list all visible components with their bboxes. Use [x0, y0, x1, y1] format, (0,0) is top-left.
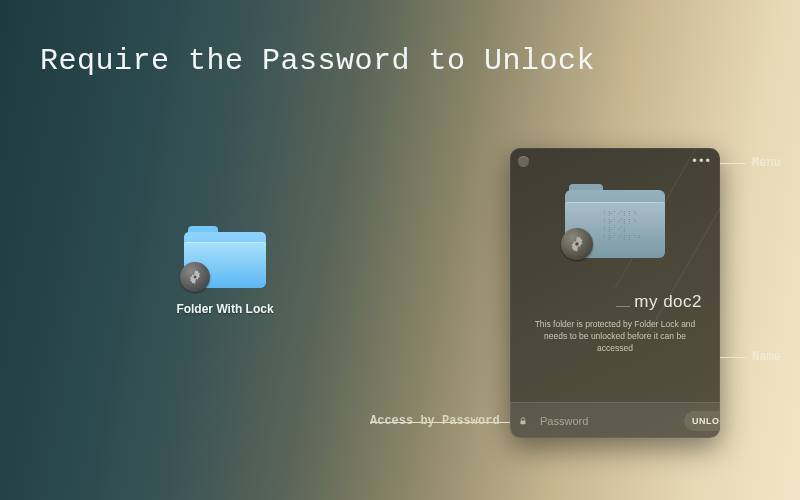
- unlock-button-label: UNLOCK: [692, 416, 720, 426]
- dialog-description: This folder is protected by Folder Lock …: [524, 318, 706, 354]
- dialog-folder-icon: ⠃⠗⠁⠊⠇⠇⠑⠃⠗⠁⠊⠇⠇⠑⠃⠗⠁⠊⠇⠃⠗⠁⠊⠇⠇⠑⠃: [565, 184, 665, 258]
- svg-point-3: [575, 242, 578, 245]
- folder-icon: [184, 226, 266, 288]
- callout-line: [720, 357, 746, 358]
- callout-line: [720, 163, 746, 164]
- unlock-dialog: ••• ⠃⠗⠁⠊⠇⠇⠑⠃⠗⠁⠊⠇⠇⠑⠃⠗⠁⠊⠇⠃⠗⠁⠊⠇⠇⠑⠃ my doc2 …: [510, 148, 720, 438]
- close-icon[interactable]: [518, 156, 529, 167]
- page-title: Require the Password to Unlock: [40, 44, 595, 78]
- password-input[interactable]: [540, 415, 678, 427]
- gear-icon: [180, 262, 210, 292]
- svg-point-1: [194, 276, 197, 279]
- folder-with-lock[interactable]: Folder With Lock: [170, 226, 280, 316]
- folder-name: my doc2: [634, 292, 702, 312]
- gear-icon: [561, 228, 593, 260]
- callout-name: Name: [752, 350, 781, 364]
- lock-icon: [518, 415, 528, 427]
- unlock-button[interactable]: UNLOCK ➜: [684, 411, 720, 431]
- callout-menu: Menu: [752, 156, 781, 170]
- callout-access: Access by Password: [370, 414, 500, 428]
- menu-button[interactable]: •••: [692, 156, 712, 166]
- folder-caption: Folder With Lock: [170, 302, 280, 316]
- svg-rect-4: [521, 420, 526, 424]
